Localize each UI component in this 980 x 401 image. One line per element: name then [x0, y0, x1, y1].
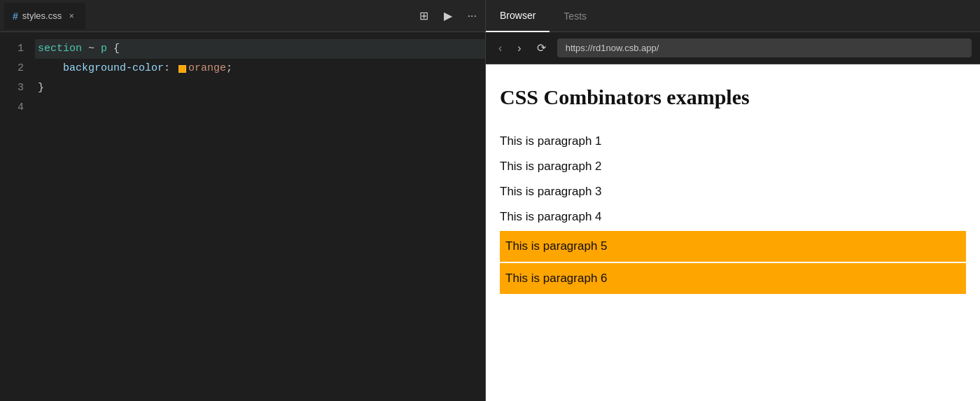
- line-number-4: 4: [0, 98, 24, 118]
- tab-filename: styles.css: [22, 10, 62, 21]
- editor-body: 1 2 3 4 section ~ p { background-color :…: [0, 32, 485, 401]
- token-section: section: [38, 39, 82, 59]
- token-combinator: ~: [82, 39, 101, 59]
- split-editor-button[interactable]: ⊞: [415, 6, 433, 25]
- run-button[interactable]: ▶: [440, 6, 456, 25]
- line-number-2: 2: [0, 59, 24, 78]
- token-open-brace: {: [107, 39, 120, 59]
- editor-toolbar-right: ⊞ ▶ ···: [415, 6, 481, 25]
- browser-tab-tests[interactable]: Tests: [550, 0, 601, 32]
- browser-address-bar: ‹ › ⟳ https://rd1now.csb.app/: [486, 32, 980, 64]
- token-semicolon: ;: [226, 59, 232, 78]
- token-p: p: [101, 39, 107, 59]
- token-value-orange: orange: [188, 59, 226, 78]
- line-number-1: 1: [0, 39, 24, 59]
- color-swatch-orange: [178, 65, 186, 73]
- more-options-button[interactable]: ···: [463, 7, 481, 25]
- token-colon: :: [164, 59, 176, 78]
- browser-tab-browser[interactable]: Browser: [486, 0, 550, 32]
- code-line-3: }: [35, 78, 485, 98]
- editor-tabs: # styles.css × ⊞ ▶ ···: [0, 0, 485, 32]
- paragraph-4: This is paragraph 4: [500, 204, 966, 230]
- code-line-4: [35, 98, 485, 118]
- code-area[interactable]: section ~ p { background-color : orange …: [35, 39, 485, 401]
- paragraph-3: This is paragraph 3: [500, 179, 966, 204]
- paragraph-1: This is paragraph 1: [500, 129, 966, 154]
- code-line-1: section ~ p {: [35, 39, 485, 59]
- browser-tabs-bar: Browser Tests: [486, 0, 980, 32]
- tab-hash-icon: #: [13, 10, 18, 22]
- browser-content: CSS Combinators examples This is paragra…: [486, 64, 980, 401]
- refresh-button[interactable]: ⟳: [533, 38, 550, 57]
- line-number-3: 3: [0, 78, 24, 98]
- line-numbers: 1 2 3 4: [0, 39, 35, 401]
- paragraph-6: This is paragraph 6: [500, 263, 966, 294]
- code-line-2: background-color : orange ;: [35, 59, 485, 78]
- url-bar[interactable]: https://rd1now.csb.app/: [557, 38, 972, 57]
- editor-tab-active[interactable]: # styles.css ×: [4, 3, 85, 29]
- paragraph-5: This is paragraph 5: [500, 231, 966, 262]
- token-property: background-color: [38, 59, 164, 78]
- page-heading: CSS Combinators examples: [500, 85, 966, 109]
- editor-panel: # styles.css × ⊞ ▶ ··· 1 2 3 4 section ~…: [0, 0, 485, 401]
- paragraph-2: This is paragraph 2: [500, 154, 966, 179]
- browser-panel: Browser Tests ‹ › ⟳ https://rd1now.csb.a…: [485, 0, 980, 401]
- tab-close-button[interactable]: ×: [66, 10, 77, 22]
- token-close-brace: }: [38, 78, 44, 98]
- back-button[interactable]: ‹: [494, 39, 506, 57]
- forward-button[interactable]: ›: [513, 39, 525, 57]
